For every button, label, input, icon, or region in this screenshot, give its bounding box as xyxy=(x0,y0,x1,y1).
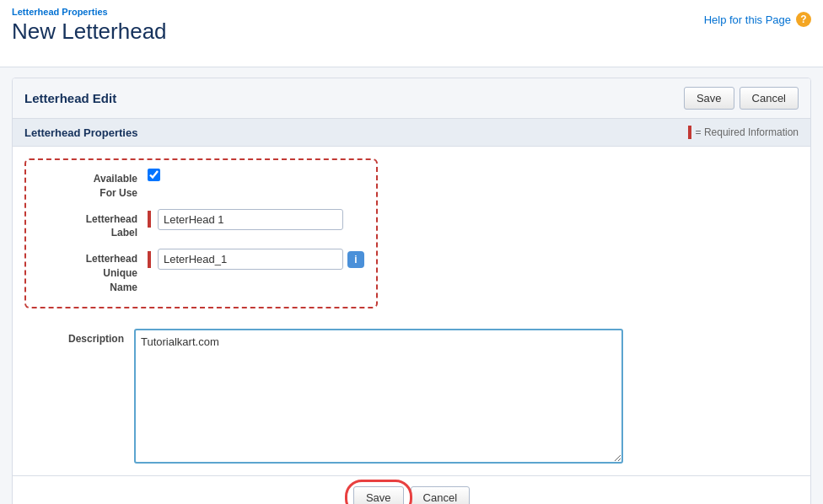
main-content: Letterhead Edit Save Cancel Letterhead P… xyxy=(0,67,823,504)
available-label: AvailableFor Use xyxy=(38,169,148,201)
card: Letterhead Edit Save Cancel Letterhead P… xyxy=(12,78,811,504)
card-footer: Save Cancel xyxy=(13,475,810,504)
letterhead-unique-row: LetterheadUniqueName i xyxy=(38,249,364,294)
form-section: AvailableFor Use LetterheadLabel Letterh… xyxy=(13,147,810,475)
letterhead-unique-label: LetterheadUniqueName xyxy=(38,249,148,294)
unique-info-button[interactable]: i xyxy=(347,251,364,268)
header-right: Help for this Page ? xyxy=(704,12,811,27)
section-title: Letterhead Properties xyxy=(24,126,137,139)
description-label: Description xyxy=(24,329,134,346)
card-header-title: Letterhead Edit xyxy=(24,91,116,105)
footer-save-button[interactable]: Save xyxy=(353,486,404,504)
header-save-button[interactable]: Save xyxy=(684,87,734,110)
required-indicator-unique xyxy=(148,251,151,268)
header-cancel-button[interactable]: Cancel xyxy=(740,87,799,110)
help-icon[interactable]: ? xyxy=(796,12,811,27)
available-row: AvailableFor Use xyxy=(38,169,364,201)
available-checkbox[interactable] xyxy=(148,169,160,181)
help-link[interactable]: Help for this Page xyxy=(704,13,791,26)
available-control xyxy=(148,169,364,181)
page-header: Letterhead Properties New Letterhead Hel… xyxy=(0,0,823,67)
breadcrumb: Letterhead Properties xyxy=(12,7,167,17)
header-left: Letterhead Properties New Letterhead xyxy=(12,7,167,45)
page-title: New Letterhead xyxy=(12,19,167,45)
letterhead-unique-input[interactable] xyxy=(158,249,343,270)
footer-cancel-button[interactable]: Cancel xyxy=(411,486,470,504)
letterhead-label-control xyxy=(148,209,364,230)
letterhead-label-label: LetterheadLabel xyxy=(38,209,148,241)
letterhead-unique-control: i xyxy=(148,249,364,270)
description-textarea[interactable]: Tutorialkart.com xyxy=(134,329,623,464)
card-header: Letterhead Edit Save Cancel xyxy=(13,78,810,119)
section-header: Letterhead Properties = Required Informa… xyxy=(13,119,810,147)
footer-save-wrapper: Save xyxy=(353,486,404,504)
letterhead-label-input[interactable] xyxy=(158,209,343,230)
required-indicator-label xyxy=(148,211,151,228)
letterhead-label-row: LetterheadLabel xyxy=(38,209,364,241)
required-text: = Required Information xyxy=(696,126,799,138)
required-info: = Required Information xyxy=(688,126,799,139)
required-group: AvailableFor Use LetterheadLabel Letterh… xyxy=(24,158,378,308)
card-header-actions: Save Cancel xyxy=(684,87,799,110)
description-control: Tutorialkart.com xyxy=(134,329,799,464)
required-bar-icon xyxy=(688,126,691,139)
description-row: Description Tutorialkart.com xyxy=(24,329,799,464)
